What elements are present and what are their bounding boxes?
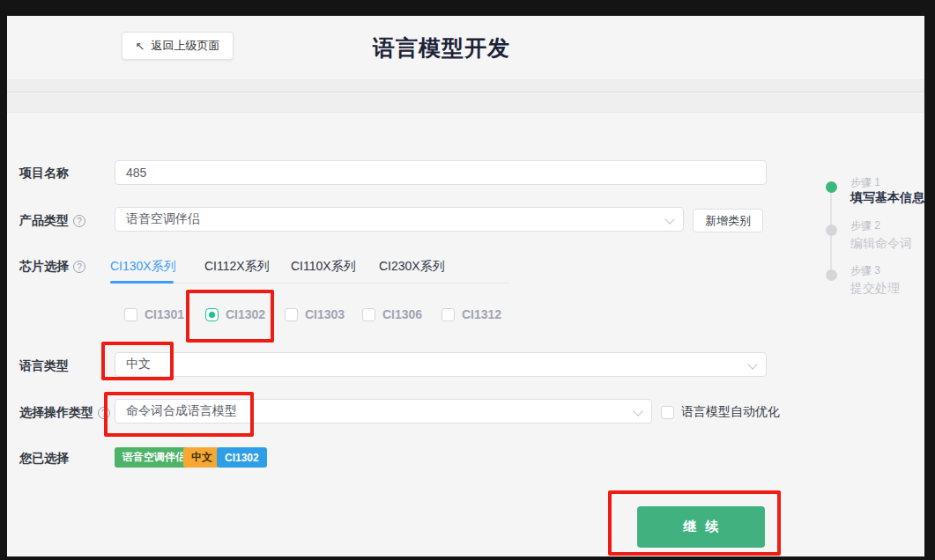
tab-ci230x[interactable]: CI230X系列 — [379, 259, 445, 275]
chip-option-ci1302[interactable]: CI1302 — [205, 307, 265, 321]
page: ↖ 返回上级页面 语言模型开发 项目名称 485 产品类型 ? 语音空调伴侣 新… — [7, 16, 924, 556]
operation-type-select[interactable]: 命令词合成语言模型 — [115, 399, 652, 424]
header-divider-band-1 — [7, 79, 924, 92]
language-type-label: 语言类型 — [19, 358, 69, 374]
step-1-dot — [826, 181, 837, 193]
continue-button[interactable]: 继续 — [637, 506, 765, 548]
checkbox-icon[interactable] — [661, 406, 674, 419]
checkbox-icon[interactable] — [285, 308, 298, 321]
step-2-dot — [826, 225, 837, 236]
step-3-name: 提交处理 — [850, 281, 900, 297]
project-name-input[interactable]: 485 — [115, 160, 767, 185]
checkbox-checked-icon[interactable] — [205, 308, 219, 321]
selected-tag-product: 语音空调伴侣 — [115, 447, 194, 468]
selected-label: 您已选择 — [19, 451, 69, 467]
help-icon[interactable]: ? — [98, 407, 110, 419]
step-2-name: 编辑命令词 — [850, 236, 912, 252]
chip-option-label: CI1302 — [226, 307, 265, 321]
chip-option-ci1312[interactable]: CI1312 — [442, 307, 501, 321]
add-category-button[interactable]: 新增类别 — [693, 209, 763, 232]
operation-type-value: 命令词合成语言模型 — [126, 403, 237, 419]
tab-ci130x[interactable]: CI130X系列 — [110, 259, 176, 275]
chip-option-ci1306[interactable]: CI1306 — [362, 307, 422, 321]
window-frame: ↖ 返回上级页面 语言模型开发 项目名称 485 产品类型 ? 语音空调伴侣 新… — [0, 0, 935, 560]
step-1-name: 填写基本信息 — [850, 190, 924, 206]
project-name-label: 项目名称 — [19, 166, 69, 181]
chip-option-ci1301[interactable]: CI1301 — [124, 307, 184, 321]
step-2-label: 步骤 2 — [850, 218, 880, 233]
auto-optimize-label: 语言模型自动优化 — [681, 404, 780, 420]
arrow-up-left-icon: ↖ — [136, 40, 145, 53]
tab-ci112x[interactable]: CI112X系列 — [204, 259, 270, 275]
selected-tag-chip: CI1302 — [217, 447, 267, 468]
chip-option-label: CI1303 — [305, 307, 345, 321]
product-type-label: 产品类型 ? — [19, 213, 85, 229]
chevron-down-icon — [634, 408, 642, 416]
project-name-value: 485 — [126, 166, 146, 180]
step-3-label: 步骤 3 — [850, 263, 880, 278]
product-type-select[interactable]: 语音空调伴侣 — [115, 207, 684, 232]
back-button[interactable]: ↖ 返回上级页面 — [122, 32, 234, 60]
chip-option-ci1303[interactable]: CI1303 — [285, 307, 345, 321]
chip-option-label: CI1312 — [462, 307, 501, 321]
help-icon[interactable]: ? — [73, 261, 85, 273]
checkbox-icon[interactable] — [442, 308, 455, 321]
page-title: 语言模型开发 — [309, 33, 574, 63]
chip-option-label: CI1306 — [382, 307, 422, 321]
chip-select-label: 芯片选择 ? — [19, 259, 85, 275]
chip-option-label: CI1301 — [145, 307, 184, 321]
chevron-down-icon — [749, 361, 757, 369]
header-divider-band-2 — [7, 93, 924, 113]
step-3-dot — [826, 269, 837, 281]
product-type-value: 语音空调伴侣 — [126, 211, 200, 227]
checkbox-icon[interactable] — [124, 308, 137, 321]
language-type-value: 中文 — [126, 357, 151, 372]
tab-active-underline — [110, 281, 174, 284]
step-1-label: 步骤 1 — [850, 175, 880, 190]
language-type-select[interactable]: 中文 — [115, 352, 767, 377]
tab-ci110x[interactable]: CI110X系列 — [291, 259, 356, 275]
checkbox-icon[interactable] — [362, 308, 375, 321]
auto-optimize-checkbox[interactable]: 语言模型自动优化 — [661, 404, 780, 420]
selected-tag-language: 中文 — [183, 447, 220, 468]
chevron-down-icon — [666, 216, 674, 224]
green-dot — [209, 312, 215, 318]
back-button-label: 返回上级页面 — [151, 38, 219, 54]
operation-type-label: 选择操作类型 ? — [19, 405, 110, 421]
help-icon[interactable]: ? — [73, 215, 85, 227]
